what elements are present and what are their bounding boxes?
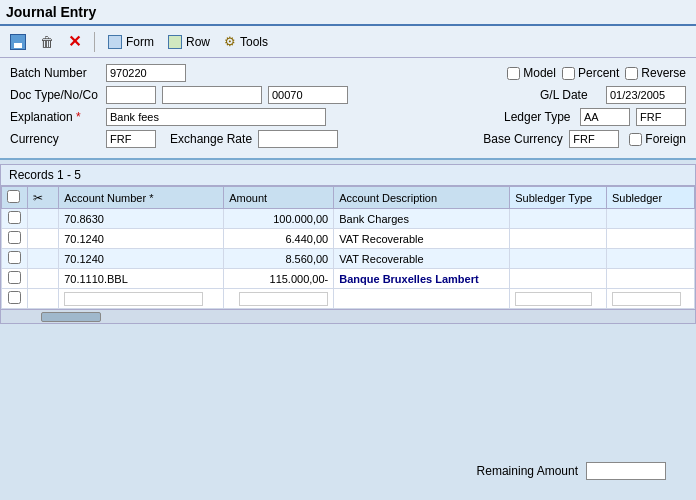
account-number-header[interactable]: Account Number * — [59, 187, 224, 209]
subledger-type-input[interactable] — [515, 292, 592, 306]
grid-section: Records 1 - 5 ✂ Account Number * Amount — [0, 164, 696, 324]
table-row: 70.8630100.000,00Bank Charges — [2, 209, 695, 229]
row-icon — [168, 35, 182, 49]
amount-header[interactable]: Amount — [224, 187, 334, 209]
doc-field1[interactable] — [106, 86, 156, 104]
row-checkbox[interactable] — [8, 231, 21, 244]
delete-icon: 🗑 — [40, 34, 54, 50]
tools-button[interactable]: ⚙ Tools — [220, 32, 272, 51]
form-area: Batch Number Model Percent Reverse Doc T… — [0, 58, 696, 160]
form-icon — [108, 35, 122, 49]
account-number-cell — [59, 289, 224, 309]
row-icon-cell — [28, 289, 59, 309]
ledger-type-input2[interactable] — [636, 108, 686, 126]
horizontal-scrollbar[interactable] — [1, 309, 695, 323]
reverse-label: Reverse — [641, 66, 686, 80]
amount-cell: 115.000,00- — [224, 269, 334, 289]
row-icon-cell — [28, 209, 59, 229]
account-number-cell: 70.1110.BBL — [59, 269, 224, 289]
doc-type-row: Doc Type/No/Co G/L Date — [10, 86, 686, 104]
tools-icon: ⚙ — [224, 34, 236, 49]
subledger-cell — [606, 269, 694, 289]
subledger-type-header: Subledger Type — [510, 187, 607, 209]
row-icon-cell — [28, 229, 59, 249]
doc-field3[interactable] — [268, 86, 348, 104]
base-currency-input[interactable] — [569, 130, 619, 148]
percent-group: Percent — [562, 66, 619, 80]
description-cell: Bank Charges — [334, 209, 510, 229]
row-icon-cell — [28, 269, 59, 289]
x-icon: ✕ — [68, 32, 81, 51]
table-row: 70.12406.440,00VAT Recoverable — [2, 229, 695, 249]
foreign-group: Foreign — [629, 132, 686, 146]
save-button[interactable] — [6, 32, 30, 52]
row-checkbox[interactable] — [8, 291, 21, 304]
save-icon — [10, 34, 26, 50]
select-all-checkbox[interactable] — [7, 190, 20, 203]
row-checkbox[interactable] — [8, 251, 21, 264]
amount-cell — [224, 289, 334, 309]
description-cell: VAT Recoverable — [334, 249, 510, 269]
model-checkbox[interactable] — [507, 67, 520, 80]
toolbar: 🗑 ✕ Form Row ⚙ Tools — [0, 26, 696, 58]
amount-cell: 8.560,00 — [224, 249, 334, 269]
percent-checkbox[interactable] — [562, 67, 575, 80]
description-cell — [334, 289, 510, 309]
subledger-type-cell — [510, 249, 607, 269]
foreign-label: Foreign — [645, 132, 686, 146]
grid-table: ✂ Account Number * Amount Account Descri… — [1, 186, 695, 309]
remaining-input[interactable] — [586, 462, 666, 480]
explanation-input[interactable] — [106, 108, 326, 126]
ledger-type-input1[interactable] — [580, 108, 630, 126]
subledger-header: Subledger — [606, 187, 694, 209]
account-input[interactable] — [64, 292, 203, 306]
subledger-type-cell — [510, 209, 607, 229]
row-button[interactable]: Row — [164, 33, 214, 51]
exchange-rate-input[interactable] — [258, 130, 338, 148]
subledger-type-cell — [510, 269, 607, 289]
explanation-row: Explanation Ledger Type — [10, 108, 686, 126]
batch-row: Batch Number Model Percent Reverse — [10, 64, 686, 82]
row-checkbox[interactable] — [8, 271, 21, 284]
table-row: 70.1110.BBL115.000,00-Banque Bruxelles L… — [2, 269, 695, 289]
amount-cell: 6.440,00 — [224, 229, 334, 249]
form-button[interactable]: Form — [104, 33, 158, 51]
gl-date-input[interactable] — [606, 86, 686, 104]
table-row: 70.12408.560,00VAT Recoverable — [2, 249, 695, 269]
grid-header: Records 1 - 5 — [1, 165, 695, 186]
doc-type-label: Doc Type/No/Co — [10, 88, 100, 102]
select-all-header — [2, 187, 28, 209]
doc-field2[interactable] — [162, 86, 262, 104]
row-icon-cell — [28, 249, 59, 269]
currency-row: Currency Exchange Rate Base Currency For… — [10, 130, 686, 148]
reverse-checkbox[interactable] — [625, 67, 638, 80]
subledger-cell — [606, 289, 694, 309]
separator-1 — [94, 32, 95, 52]
foreign-checkbox[interactable] — [629, 133, 642, 146]
subledger-type-cell — [510, 289, 607, 309]
row-checkbox[interactable] — [8, 211, 21, 224]
cancel-button[interactable]: ✕ — [64, 30, 85, 53]
title-bar: Journal Entry — [0, 0, 696, 26]
model-group: Model — [507, 66, 556, 80]
exchange-rate-label: Exchange Rate — [170, 132, 252, 146]
currency-label: Currency — [10, 132, 100, 146]
scrollbar-thumb[interactable] — [41, 312, 101, 322]
amount-cell: 100.000,00 — [224, 209, 334, 229]
subledger-input[interactable] — [612, 292, 681, 306]
currency-input[interactable] — [106, 130, 156, 148]
account-number-cell: 70.1240 — [59, 229, 224, 249]
gl-date-label: G/L Date — [540, 88, 600, 102]
page-title: Journal Entry — [6, 4, 96, 20]
account-description-header[interactable]: Account Description — [334, 187, 510, 209]
table-row — [2, 289, 695, 309]
remaining-label: Remaining Amount — [477, 464, 578, 478]
amount-input[interactable] — [239, 292, 328, 306]
account-number-cell: 70.8630 — [59, 209, 224, 229]
subledger-cell — [606, 229, 694, 249]
model-label: Model — [523, 66, 556, 80]
reverse-group: Reverse — [625, 66, 686, 80]
delete-button[interactable]: 🗑 — [36, 32, 58, 52]
batch-number-input[interactable] — [106, 64, 186, 82]
base-currency-label: Base Currency — [483, 132, 563, 146]
